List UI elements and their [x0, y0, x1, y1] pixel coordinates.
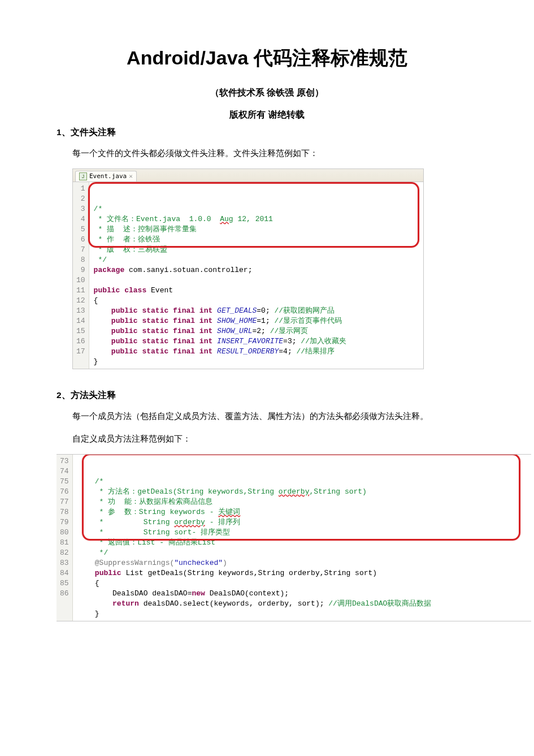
section-2-description-2: 自定义成员方法注释范例如下： — [72, 431, 477, 447]
line-gutter: 73 74 75 76 77 78 79 80 81 82 83 84 85 8… — [57, 455, 73, 621]
editor-tab-event[interactable]: J Event.java ✕ — [75, 171, 137, 182]
line-gutter: 1 2 3 4 5 6 7 8 9 10 11 12 13 14 15 16 1… — [73, 182, 89, 369]
section-2-heading: 2、方法头注释 — [57, 390, 477, 401]
red-highlight-box — [82, 454, 520, 541]
code-area: /* * 文件名：Event.java 1.0.0 Aug 12, 2011 *… — [89, 182, 423, 369]
code-example-1: J Event.java ✕ 1 2 3 4 5 6 7 8 9 10 11 1… — [72, 169, 424, 369]
section-2-description-1: 每一个成员方法（包括自定义成员方法、覆盖方法、属性方法）的方法头都必须做方法头注… — [72, 408, 477, 425]
editor-tab-label: Event.java — [89, 172, 127, 180]
java-file-icon: J — [79, 172, 87, 180]
code-area: /* * 方法名：getDeals(String keywords,String… — [73, 455, 531, 621]
code-example-2: 73 74 75 76 77 78 79 80 81 82 83 84 85 8… — [57, 454, 531, 621]
document-subtitle: （软件技术系 徐铁强 原创） — [57, 87, 477, 99]
red-highlight-box — [88, 182, 419, 248]
document-title: Android/Java 代码注释标准规范 — [57, 45, 477, 71]
copyright-line: 版权所有 谢绝转载 — [57, 109, 477, 121]
section-1-description: 每一个文件的文件头都必须做文件头注释。文件头注释范例如下： — [72, 145, 477, 162]
editor-tabbar: J Event.java ✕ — [73, 169, 423, 182]
section-1-heading: 1、文件头注释 — [57, 127, 477, 139]
close-icon[interactable]: ✕ — [129, 172, 133, 180]
